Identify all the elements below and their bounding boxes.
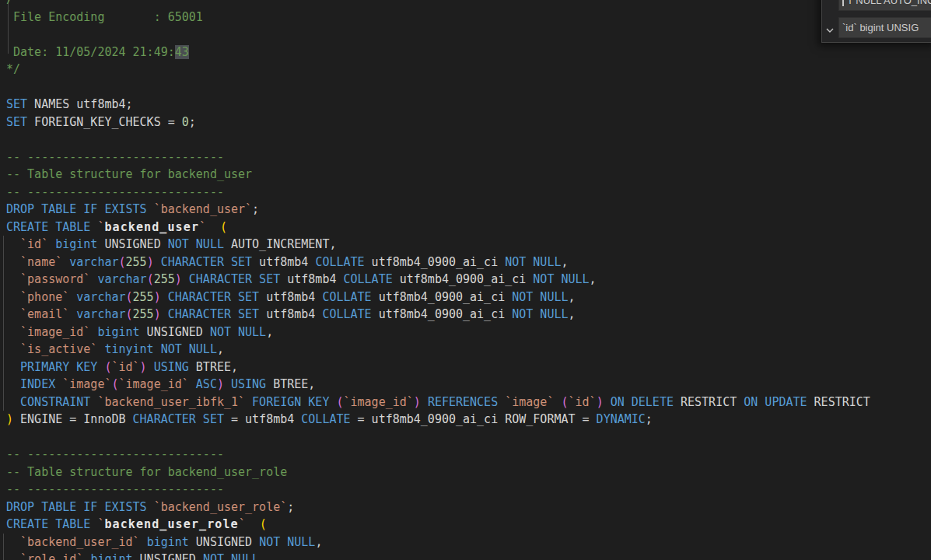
- code-line: `is_active` tinyint NOT NULL,: [6, 341, 931, 359]
- code-line: PRIMARY KEY (`id`) USING BTREE,: [6, 359, 931, 376]
- code-line: -- ----------------------------: [6, 184, 931, 201]
- code-line: `email` varchar(255) CHARACTER SET utf8m…: [6, 306, 931, 324]
- chevron-down-icon: [825, 26, 835, 37]
- code-line: [6, 429, 931, 446]
- indent-guide-create-table-1: [3, 236, 4, 411]
- code-line: [6, 26, 931, 44]
- code-line: Date: 11/05/2024 21:49:43: [6, 44, 931, 61]
- clipped-text-edge: [842, 0, 844, 6]
- code-line: SET NAMES utf8mb4;: [6, 96, 931, 114]
- code-line: CONSTRAINT `backend_user_ibfk_1` FOREIGN…: [6, 394, 931, 411]
- indent-guide-create-table-2: [3, 534, 4, 560]
- code-line: `name` varchar(255) CHARACTER SET utf8mb…: [6, 254, 931, 271]
- toggle-replace-button[interactable]: [823, 24, 837, 38]
- code-line: */: [6, 61, 931, 79]
- code-line: -- ----------------------------: [6, 149, 931, 166]
- replace-input-text: `id` bigint UNSIG: [842, 22, 919, 33]
- code-line: CREATE TABLE `backend_user` (: [6, 219, 931, 236]
- code-line: -- ----------------------------: [6, 481, 931, 499]
- code-line: -- ----------------------------: [6, 446, 931, 464]
- code-line: SET FOREIGN_KEY_CHECKS = 0;: [6, 114, 931, 131]
- code-line: `backend_user_id` bigint UNSIGNED NOT NU…: [6, 534, 931, 551]
- code-line: `phone` varchar(255) CHARACTER SET utf8m…: [6, 289, 931, 306]
- code-line: /: [6, 0, 931, 9]
- code-line: [6, 131, 931, 149]
- code-line: CREATE TABLE `backend_user_role` (: [6, 516, 931, 534]
- replace-input[interactable]: `id` bigint UNSIG: [838, 17, 931, 38]
- find-input[interactable]: T NULL AUTO_INC: [838, 0, 931, 11]
- find-input-text: T NULL AUTO_INC: [847, 0, 931, 6]
- code-line: INDEX `image`(`image_id` ASC) USING BTRE…: [6, 376, 931, 394]
- find-widget: T NULL AUTO_INC `id` bigint UNSIG: [821, 0, 931, 43]
- code-line: [6, 79, 931, 96]
- code-editor[interactable]: / File Encoding : 65001 Date: 11/05/2024…: [6, 0, 931, 560]
- editor-window: / File Encoding : 65001 Date: 11/05/2024…: [0, 0, 931, 560]
- code-line: File Encoding : 65001: [6, 9, 931, 26]
- code-line: `password` varchar(255) CHARACTER SET ut…: [6, 271, 931, 289]
- code-line: DROP TABLE IF EXISTS `backend_user`;: [6, 201, 931, 219]
- code-line: -- Table structure for backend_user_role: [6, 464, 931, 481]
- code-line: `image_id` bigint UNSIGNED NOT NULL,: [6, 324, 931, 341]
- code-line: DROP TABLE IF EXISTS `backend_user_role`…: [6, 499, 931, 516]
- code-line: ) ENGINE = InnoDB CHARACTER SET = utf8mb…: [6, 411, 931, 429]
- code-line: -- Table structure for backend_user: [6, 166, 931, 184]
- code-line: `id` bigint UNSIGNED NOT NULL AUTO_INCRE…: [6, 236, 931, 254]
- code-line: `role_id` bigint UNSIGNED NOT NULL,: [6, 551, 931, 560]
